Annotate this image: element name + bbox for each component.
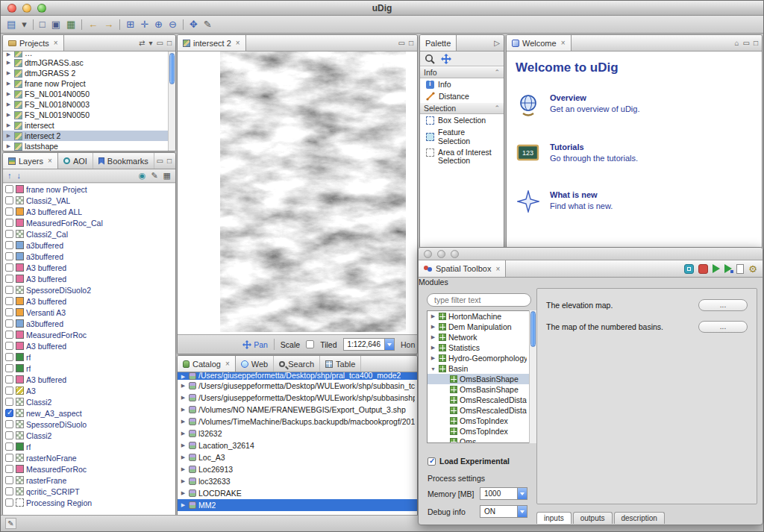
run-button[interactable]: [713, 264, 720, 273]
catalog-item[interactable]: ▶ Lacation_32614: [178, 439, 417, 451]
palette-item-feature-selection[interactable]: Feature Selection: [420, 126, 504, 147]
layer-visibility-checkbox[interactable]: [5, 263, 13, 272]
project-item[interactable]: ▶ FS_NL0014N0050: [3, 89, 175, 99]
settings-gear-icon[interactable]: ⚙: [748, 264, 757, 274]
move-layer-down-icon[interactable]: ↓: [17, 172, 22, 180]
tab-layers[interactable]: Layers ×: [3, 153, 58, 169]
close-icon[interactable]: ×: [561, 39, 566, 47]
palette-section-selection[interactable]: Selection ⌃: [420, 102, 504, 114]
layer-row[interactable]: qcritic_SCRIPT: [3, 486, 175, 497]
tab-search[interactable]: Search: [274, 356, 320, 372]
layer-row[interactable]: a3buffered: [3, 251, 175, 262]
expand-icon[interactable]: ▶: [430, 334, 436, 340]
layer-row[interactable]: A3 buffered ALL: [3, 206, 175, 217]
project-item[interactable]: ▶ FS_NL0019N0050: [3, 110, 175, 120]
project-item[interactable]: ▶ dtmJGRASS.asc: [3, 57, 175, 68]
stop-button[interactable]: [698, 264, 708, 274]
close-icon[interactable]: ×: [225, 360, 230, 368]
tab-spatial-toolbox[interactable]: Spatial Toolbox ×: [419, 260, 506, 277]
module-tree-item[interactable]: OmsTopIndex: [428, 416, 536, 426]
run-script-button[interactable]: [724, 264, 732, 273]
layer-row[interactable]: A3 buffered: [3, 262, 175, 273]
project-item[interactable]: ▶ intersect: [3, 120, 175, 131]
layer-row[interactable]: Classi2_Cal: [3, 228, 175, 240]
module-tree-item[interactable]: OmsRescaledDistance: [428, 395, 536, 405]
expand-icon[interactable]: ▶: [5, 112, 12, 118]
minimize-icon[interactable]: ▭: [157, 157, 163, 165]
toolbox-titlebar[interactable]: [419, 248, 763, 260]
close-icon[interactable]: ×: [236, 39, 240, 47]
layer-visibility-checkbox[interactable]: [5, 308, 13, 316]
drawer-pin-icon[interactable]: ▷: [494, 39, 500, 47]
layer-row[interactable]: SpessoreDiSuolo2: [3, 284, 175, 295]
expand-icon[interactable]: ▶: [5, 81, 12, 87]
expand-icon[interactable]: ▶: [180, 383, 187, 389]
expand-icon[interactable]: ▶: [180, 442, 187, 448]
catalog-item[interactable]: ▶ /Volumes/NO NAME/FRANEWEBGIS/Export_Ou…: [178, 404, 417, 416]
maximize-icon[interactable]: □: [167, 39, 172, 47]
zoom-selection-icon[interactable]: ⊞: [126, 19, 134, 29]
layer-row[interactable]: MeasuredForRoc: [3, 463, 175, 475]
project-item[interactable]: ▶ FS_NL0018N0003: [3, 99, 175, 110]
home-icon[interactable]: ⌂: [734, 39, 739, 47]
layer-row[interactable]: new_A3_aspect: [3, 407, 175, 419]
module-tree-item[interactable]: OmsBasinShape: [428, 374, 536, 384]
debug-combo[interactable]: ON: [480, 505, 527, 518]
scrollbar[interactable]: [529, 310, 536, 443]
browse-button[interactable]: ...: [698, 299, 748, 311]
module-tree-item[interactable]: ▶ Hydro-Geomorphology: [428, 353, 536, 363]
layer-visibility-checkbox[interactable]: [5, 286, 13, 294]
edit-geometry-icon[interactable]: ✎: [204, 19, 212, 29]
layer-row[interactable]: Classi2_VAL: [3, 195, 175, 206]
layer-row[interactable]: a3buffered: [3, 318, 175, 329]
new-wizard-icon[interactable]: ▤: [7, 19, 16, 29]
catalog-item[interactable]: ▶ Loc_A3: [178, 451, 417, 463]
scale-label[interactable]: Scale: [281, 340, 300, 349]
edit-indicator-icon[interactable]: ✎: [5, 518, 16, 529]
tab-projects[interactable]: Projects ×: [3, 35, 64, 51]
console-button[interactable]: [684, 264, 694, 274]
expand-icon[interactable]: ▶: [180, 419, 187, 425]
entry-title[interactable]: Overview: [550, 93, 639, 102]
scrollbar-thumb[interactable]: [530, 311, 536, 347]
tab-aoi[interactable]: AOI: [58, 153, 93, 169]
layer-row[interactable]: A3 buffered: [3, 374, 175, 385]
expand-icon[interactable]: ▶: [5, 143, 12, 149]
layer-visibility-checkbox[interactable]: [5, 353, 13, 361]
palette-item-box-selection[interactable]: Box Selection: [420, 114, 504, 126]
separator[interactable]: [119, 19, 120, 30]
module-tree-item[interactable]: OmsRescaledDistance: [428, 405, 536, 416]
minimize-window-button[interactable]: [437, 250, 445, 258]
new-menu-caret-icon[interactable]: ▾: [22, 19, 27, 29]
tab-description[interactable]: description: [614, 512, 665, 524]
layers-palette-icon[interactable]: ▦: [66, 19, 75, 29]
layer-visibility-checkbox[interactable]: [5, 219, 13, 227]
tab-catalog[interactable]: Catalog ×: [178, 356, 236, 372]
layer-visibility-checkbox[interactable]: [5, 319, 13, 328]
tab-web[interactable]: Web: [236, 356, 274, 372]
memory-combo[interactable]: 1000: [480, 487, 527, 500]
separator[interactable]: [183, 19, 184, 30]
layer-visibility-checkbox[interactable]: [5, 185, 13, 193]
expand-icon[interactable]: ▶: [430, 355, 436, 361]
minimize-icon[interactable]: ▭: [743, 39, 750, 47]
collapse-icon[interactable]: ⌃: [494, 104, 500, 112]
expand-icon[interactable]: ▶: [180, 407, 187, 413]
layer-row[interactable]: rasterFrane: [3, 475, 175, 486]
layer-visibility-checkbox[interactable]: [5, 442, 13, 451]
expand-icon[interactable]: ▶: [430, 345, 436, 351]
layer-visibility-checkbox[interactable]: [5, 420, 13, 428]
layer-visibility-checkbox[interactable]: [5, 364, 13, 372]
module-tree-item[interactable]: ▼ Basin: [428, 363, 536, 374]
expand-icon[interactable]: ▶: [180, 374, 187, 380]
module-tree-item[interactable]: OmsBasinShape: [428, 384, 536, 395]
titlebar[interactable]: uDig: [1, 1, 763, 16]
move-layer-up-icon[interactable]: ↑: [7, 172, 12, 180]
separator[interactable]: [33, 19, 34, 30]
project-item[interactable]: ▶ intersect 2: [3, 131, 175, 141]
layer-row[interactable]: A3 buffered: [3, 273, 175, 284]
maximize-icon[interactable]: □: [167, 157, 172, 165]
minimize-icon[interactable]: ▭: [157, 39, 163, 47]
catalog-item[interactable]: ▶ LOCDRAKE: [178, 487, 417, 499]
layer-visibility-checkbox[interactable]: [5, 252, 13, 260]
